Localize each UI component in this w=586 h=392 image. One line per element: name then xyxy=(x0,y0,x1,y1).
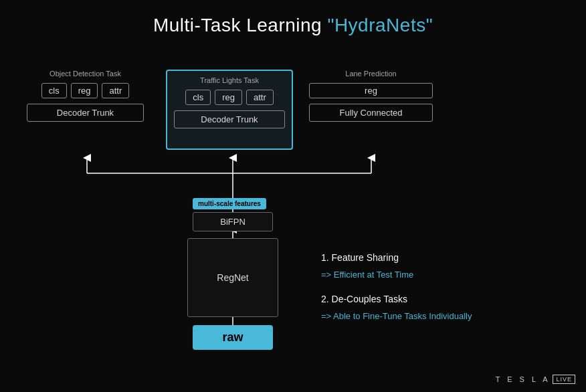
info-point2-sub: => Able to Fine-Tune Tasks Individually xyxy=(321,309,472,324)
lane-reg-box: reg xyxy=(309,83,433,98)
raw-button: raw xyxy=(193,325,273,350)
obj-reg-box: reg xyxy=(71,83,98,98)
bifpn-box: BiFPN xyxy=(193,212,273,231)
traffic-decoder-box: Decoder Trunk xyxy=(174,110,285,128)
brand-name: T E S L A xyxy=(496,375,551,383)
traffic-attr-box: attr xyxy=(246,90,274,105)
object-detection-task: Object Detection Task cls reg attr Decod… xyxy=(27,70,144,122)
traffic-reg-box: reg xyxy=(215,90,242,105)
traffic-task-label: Traffic Lights Task xyxy=(174,76,285,84)
obj-decoder-box: Decoder Trunk xyxy=(27,104,144,122)
info-point-1: 1. Feature Sharing => Efficient at Test … xyxy=(321,250,472,282)
info-text-area: 1. Feature Sharing => Efficient at Test … xyxy=(321,250,472,333)
page-title: Multi-Task Learning "HydraNets" xyxy=(0,0,586,36)
traffic-lights-task: Traffic Lights Task cls reg attr Decoder… xyxy=(166,70,293,150)
traffic-cls-box: cls xyxy=(185,90,211,105)
multi-scale-label: multi-scale features xyxy=(193,198,266,209)
obj-task-label: Object Detection Task xyxy=(27,70,144,78)
diagram-area: Object Detection Task cls reg attr Decod… xyxy=(0,43,586,364)
obj-attr-box: attr xyxy=(102,83,129,98)
info-point1-sub: => Efficient at Test Time xyxy=(321,268,472,282)
lane-fc-box: Fully Connected xyxy=(309,104,433,122)
info-point2-heading: 2. De-Couples Tasks xyxy=(321,292,472,308)
traffic-outputs-row: cls reg attr xyxy=(174,90,285,105)
info-point-2: 2. De-Couples Tasks => Able to Fine-Tune… xyxy=(321,292,472,324)
lane-outputs-row: reg xyxy=(309,83,433,98)
info-point1-heading: 1. Feature Sharing xyxy=(321,250,472,266)
lane-task-label: Lane Prediction xyxy=(309,70,433,78)
obj-outputs-row: cls reg attr xyxy=(27,83,144,98)
lane-prediction-task: Lane Prediction reg Fully Connected xyxy=(309,70,433,122)
regnet-box: RegNet xyxy=(187,238,278,317)
tesla-logo: T E S L A LIVE xyxy=(496,375,575,384)
obj-cls-box: cls xyxy=(41,83,67,98)
live-badge: LIVE xyxy=(553,375,575,384)
